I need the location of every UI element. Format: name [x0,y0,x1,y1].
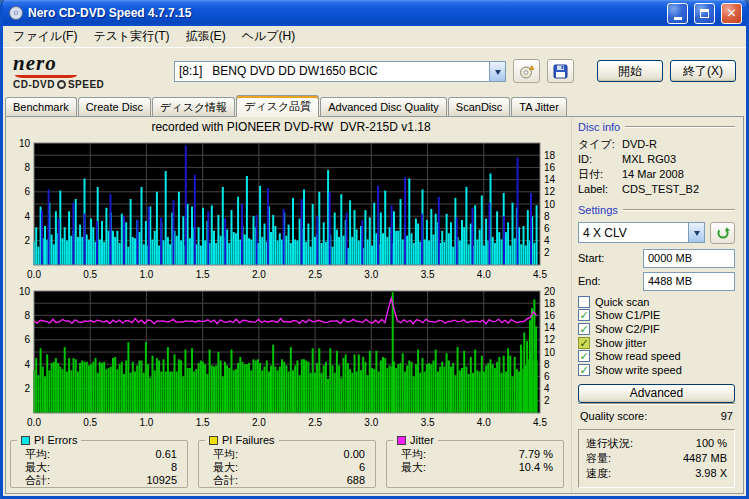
app-icon [8,5,24,21]
svg-text:0.5: 0.5 [83,269,97,280]
nero-logo-swoosh [15,75,77,78]
svg-text:8: 8 [544,211,550,222]
sidebar: Disc info タイプ:DVD-R ID:MXL RG03 日付:14 Ma… [571,117,743,493]
eject-disc-icon [519,63,535,79]
tab-page-disc-quality: recorded with PIONEER DVD-RW DVR-215D v1… [5,116,744,494]
svg-text:4: 4 [544,383,550,394]
tab-benchmark[interactable]: Benchmark [5,97,77,116]
eject-button[interactable] [513,59,540,83]
tab-disc-quality[interactable]: ディスク品質 [236,95,319,117]
svg-text:2: 2 [544,247,550,258]
advanced-button[interactable]: Advanced [578,384,735,403]
pi-failures-swatch [209,436,218,445]
pi-errors-statbox: PI Errors 平均:0.61 最大:8 合計:10925 [10,440,188,488]
start-test-button[interactable]: 開始 [597,60,663,82]
quality-score-row: Quality score: 97 [580,410,733,422]
menu-run-test[interactable]: テスト実行(T) [85,26,177,47]
svg-text:12: 12 [544,334,556,345]
maximize-button[interactable] [694,3,715,24]
svg-text:20: 20 [544,286,556,297]
svg-text:3.0: 3.0 [364,269,378,280]
checkbox-show-jitter[interactable]: ✓Show jitter [578,336,735,350]
tab-advanced-disc-quality[interactable]: Advanced Disc Quality [320,97,447,116]
svg-text:16: 16 [544,162,556,173]
speed-select-value: 4 X CLV [579,226,688,240]
chevron-down-icon[interactable] [688,223,704,242]
speed-select[interactable]: 4 X CLV [578,222,705,243]
progress-row: 進行状況:100 % [586,436,727,451]
menubar: ファイル(F) テスト実行(T) 拡張(E) ヘルプ(H) [3,26,746,48]
pi-failures-statbox: PI Failures 平均:0.00 最大:6 合計:688 [198,440,376,488]
stats-row: PI Errors 平均:0.61 最大:8 合計:10925 PI Failu… [10,440,571,488]
svg-text:2.0: 2.0 [252,269,266,280]
svg-text:10: 10 [544,347,556,358]
refresh-button[interactable] [710,222,735,244]
svg-text:1.5: 1.5 [196,417,210,428]
drive-select[interactable]: [8:1] BENQ DVD DD DW1650 BCIC [174,61,506,82]
tab-scandisc[interactable]: ScanDisc [448,97,510,116]
menu-file[interactable]: ファイル(F) [5,26,85,47]
svg-text:10: 10 [19,138,31,149]
progress-panel: 進行状況:100 % 容量:4487 MB 速度:3.98 X [578,429,735,488]
svg-text:0.0: 0.0 [27,417,41,428]
tab-disc-info[interactable]: ディスク情報 [152,97,235,116]
pi-errors-swatch [21,436,30,445]
tab-ta-jitter[interactable]: TA Jitter [511,97,567,116]
jitter-statbox: Jitter 平均:7.79 % 最大:10.4 % [386,440,564,488]
chevron-down-icon[interactable] [489,62,505,81]
start-label: Start: [578,252,604,264]
checkbox-show-c2-pif[interactable]: ✓Show C2/PIF [578,322,735,336]
svg-text:3.5: 3.5 [421,269,435,280]
svg-text:2: 2 [544,395,550,406]
checkbox-box: ✓ [578,323,590,335]
checkbox-show-write-speed[interactable]: ✓Show write speed [578,363,735,377]
stat-row: 最大:8 [25,461,177,474]
svg-text:10: 10 [19,286,31,297]
svg-text:4: 4 [544,235,550,246]
svg-text:0.5: 0.5 [83,417,97,428]
svg-text:10: 10 [544,199,556,210]
menu-extra[interactable]: 拡張(E) [178,26,234,47]
svg-text:4: 4 [24,359,30,370]
refresh-icon [716,226,730,240]
svg-text:4.0: 4.0 [477,269,491,280]
stat-row: 平均:0.61 [25,448,177,461]
save-button[interactable] [547,59,574,83]
svg-text:8: 8 [544,359,550,370]
maximize-icon [700,9,709,18]
window-title: Nero CD-DVD Speed 4.7.7.15 [28,6,661,20]
svg-text:6: 6 [24,186,30,197]
svg-text:3.0: 3.0 [364,417,378,428]
stat-row: 最大:6 [213,461,365,474]
drive-select-value: [8:1] BENQ DVD DD DW1650 BCIC [175,64,489,78]
svg-text:2: 2 [24,235,30,246]
checkbox-show-read-speed[interactable]: ✓Show read speed [578,350,735,364]
svg-text:1.5: 1.5 [196,269,210,280]
svg-text:14: 14 [544,322,556,333]
checkbox-box: ✓ [578,350,590,362]
exit-button[interactable]: 終了(X) [670,60,736,82]
checkbox-quick-scan[interactable]: Quick scan [578,295,735,309]
stat-row: 平均:0.00 [213,448,365,461]
svg-text:2: 2 [24,383,30,394]
svg-text:12: 12 [544,186,556,197]
svg-text:2.5: 2.5 [308,269,322,280]
minimize-button[interactable] [667,3,688,24]
close-button[interactable]: ✕ [721,3,742,24]
checkbox-show-c1-pie[interactable]: ✓Show C1/PIE [578,308,735,322]
start-input[interactable] [643,249,735,268]
stat-row: 最大:10.4 % [401,461,553,474]
pi-errors-chart: 108642181614121086420.00.51.01.52.02.53.… [8,135,571,283]
separator [578,403,735,405]
nero-logo-text: nero [13,53,167,74]
stat-row: 合計:10925 [25,474,177,487]
tab-create-disc[interactable]: Create Disc [78,97,151,116]
disc-date-row: 日付:14 Mar 2008 [578,167,735,182]
svg-text:2.5: 2.5 [308,417,322,428]
svg-text:4.5: 4.5 [533,269,547,280]
end-input[interactable] [643,272,735,291]
disc-info-table: タイプ:DVD-R ID:MXL RG03 日付:14 Mar 2008 Lab… [578,137,735,197]
svg-text:4: 4 [24,211,30,222]
svg-text:4.0: 4.0 [477,417,491,428]
menu-help[interactable]: ヘルプ(H) [234,26,304,47]
